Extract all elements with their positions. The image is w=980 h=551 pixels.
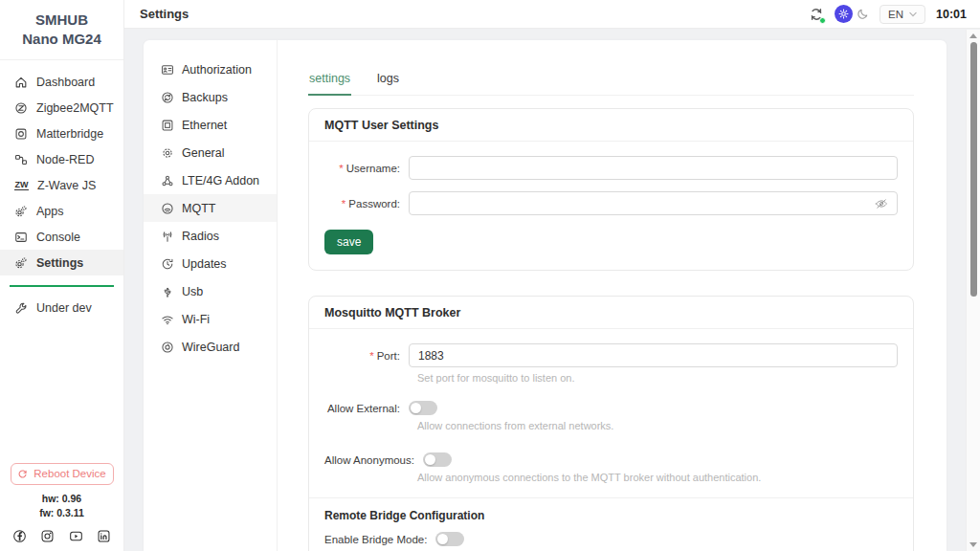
menu-item-ethernet[interactable]: Ethernet [144, 111, 277, 139]
reboot-device-label: Reboot Device [33, 468, 105, 479]
id-card-icon [161, 63, 174, 77]
scroll-down-arrow[interactable] [969, 542, 977, 547]
port-label: *Port: [324, 350, 409, 362]
zigbee-icon [14, 101, 28, 115]
port-input[interactable] [409, 343, 898, 367]
dark-theme-option[interactable] [857, 8, 869, 20]
youtube-icon[interactable] [69, 529, 83, 543]
clock: 10:01 [936, 8, 967, 21]
matterbridge-icon [14, 127, 28, 141]
sidebar-item-label: Matterbridge [36, 127, 103, 141]
sidebar-item-dashboard[interactable]: Dashboard [0, 69, 123, 95]
password-input[interactable] [418, 197, 869, 210]
light-theme-active[interactable] [835, 5, 853, 23]
allow-external-row: Allow External: [324, 401, 898, 415]
chevron-down-icon [909, 11, 917, 17]
sidebar-item-label: Zigbee2MQTT [36, 101, 114, 115]
page-title: Settings [140, 7, 189, 21]
facebook-icon[interactable] [12, 529, 27, 543]
menu-item-label: WireGuard [182, 341, 239, 354]
menu-item-wireguard[interactable]: WireGuard [144, 333, 277, 361]
theme-toggle[interactable] [835, 5, 869, 23]
allow-external-help-text: Allow connections from external networks… [417, 420, 898, 431]
menu-item-backups[interactable]: Backups [144, 83, 277, 111]
backup-sync-icon [161, 91, 174, 104]
update-clock-icon [161, 257, 174, 271]
mqtt-signal-icon [161, 202, 174, 215]
enable-bridge-label: Enable Bridge Mode: [324, 534, 435, 545]
zwave-icon: ZW [14, 180, 29, 191]
username-row: *Username: [324, 156, 898, 180]
antenna-icon [161, 230, 174, 243]
menu-item-authorization[interactable]: Authorization [144, 55, 277, 83]
mosquitto-broker-card: Mosquitto MQTT Broker *Port: Set port fo… [308, 296, 914, 551]
menu-item-label: General [182, 146, 224, 160]
app-logo: SMHUB Nano MG24 [0, 0, 123, 60]
settings-panel: Authorization Backups Ethernet General [144, 40, 947, 551]
sidebar-item-label: Settings [36, 256, 83, 270]
required-marker: * [369, 350, 373, 362]
home-icon [14, 76, 28, 89]
password-control [409, 191, 898, 215]
sidebar-item-zwave-js[interactable]: ZW Z-Wave JS [0, 172, 123, 198]
scrollbar-thumb[interactable] [970, 42, 977, 297]
eye-invisible-icon[interactable] [875, 197, 888, 210]
sidebar-item-under-dev[interactable]: Under dev [0, 295, 123, 320]
sidebar-item-label: Node-RED [36, 153, 94, 166]
menu-item-label: Ethernet [182, 119, 227, 132]
workspace: Authorization Backups Ethernet General [124, 29, 980, 551]
scroll-up-arrow[interactable] [969, 33, 977, 38]
menu-item-label: Updates [182, 257, 227, 271]
sidebar-item-matterbridge[interactable]: Matterbridge [0, 121, 123, 146]
sidebar-item-zigbee2mqtt[interactable]: Zigbee2MQTT [0, 95, 123, 121]
sidebar-item-apps[interactable]: Apps [0, 198, 123, 224]
moon-icon [857, 8, 869, 20]
bridge-section-divider [309, 497, 913, 498]
menu-item-label: Wi-Fi [182, 313, 210, 326]
language-value: EN [888, 9, 903, 20]
fw-version: fw: 0.3.11 [0, 506, 123, 520]
card-body: *Username: *Password: [309, 142, 913, 270]
password-label: *Password: [324, 198, 409, 209]
allow-anonymous-toggle[interactable] [423, 452, 452, 467]
password-row: *Password: [324, 191, 898, 215]
allow-external-toggle[interactable] [409, 401, 437, 415]
allow-external-label: Allow External: [324, 403, 409, 414]
wrench-icon [14, 301, 28, 315]
username-input[interactable] [409, 156, 898, 180]
save-button[interactable]: save [324, 230, 373, 254]
apps-gears-icon [14, 205, 28, 218]
tab-settings[interactable]: settings [308, 69, 351, 96]
wifi-icon [161, 313, 174, 326]
sidebar-item-settings[interactable]: Settings [0, 250, 123, 276]
app-window: SMHUB Nano MG24 Dashboard Zigbee2MQTT Ma… [0, 0, 980, 551]
menu-item-lte-4g-addon[interactable]: LTE/4G Addon [144, 166, 277, 194]
instagram-icon[interactable] [40, 529, 55, 543]
ethernet-port-icon [161, 119, 174, 132]
linkedin-icon[interactable] [97, 529, 111, 543]
menu-item-wifi[interactable]: Wi-Fi [144, 305, 277, 333]
menu-item-general[interactable]: General [144, 139, 277, 166]
username-control [409, 156, 898, 180]
wireguard-globe-icon [161, 341, 174, 354]
topbar: Settings EN 10:01 [124, 0, 980, 29]
menu-item-updates[interactable]: Updates [144, 250, 277, 277]
sidebar-item-console[interactable]: Console [0, 224, 123, 250]
card-title: Mosquitto MQTT Broker [309, 297, 913, 329]
card-title: MQTT User Settings [309, 109, 913, 142]
enable-bridge-toggle[interactable] [435, 532, 464, 546]
reboot-device-button[interactable]: Reboot Device [11, 463, 114, 485]
menu-item-label: Backups [182, 91, 228, 104]
mqtt-settings-content: settings logs MQTT User Settings *Userna… [278, 40, 947, 551]
update-available-button[interactable] [809, 7, 824, 22]
language-select[interactable]: EN [880, 5, 925, 24]
card-body: *Port: Set port for mosquitto to listen … [309, 329, 913, 551]
sidebar-item-node-red[interactable]: Node-RED [0, 146, 123, 172]
tab-logs[interactable]: logs [376, 69, 400, 95]
menu-item-radios[interactable]: Radios [144, 222, 277, 250]
menu-item-mqtt[interactable]: MQTT [144, 194, 277, 222]
menu-item-usb[interactable]: Usb [144, 277, 277, 305]
sun-icon [838, 9, 849, 19]
enable-bridge-control [435, 532, 898, 546]
enable-bridge-row: Enable Bridge Mode: [324, 532, 898, 546]
